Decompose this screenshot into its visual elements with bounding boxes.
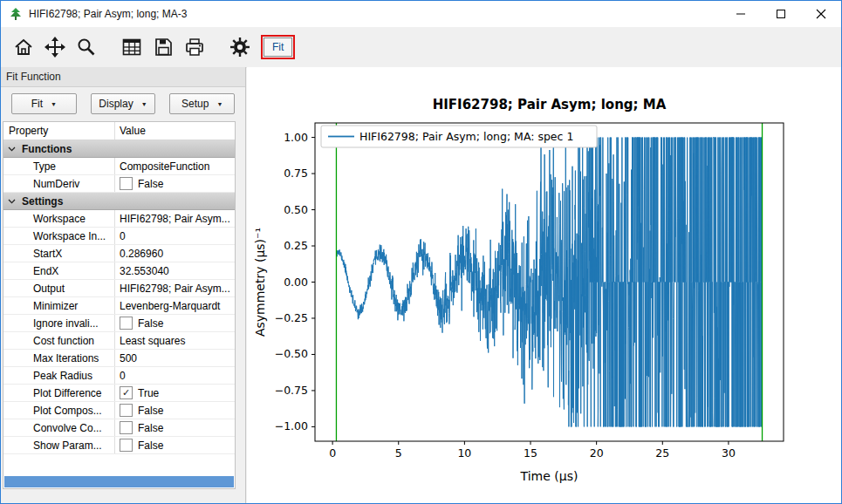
x-tick-label: 0	[329, 446, 336, 460]
fit-function-panel: Fit Function Fit ▼ Display ▼ Setup ▼ Pro…	[1, 67, 246, 503]
y-tick-label: 1.00	[284, 131, 308, 144]
property-row[interactable]: Plot Difference✓True	[3, 385, 235, 402]
property-row[interactable]: Workspace In...0	[3, 228, 235, 245]
checkbox-label: False	[138, 178, 163, 190]
save-button[interactable]	[151, 35, 175, 59]
group-row-settings[interactable]: Settings	[3, 193, 235, 210]
value-cell[interactable]: False	[115, 437, 235, 453]
title-bar[interactable]: HIFI62798; Pair Asym; long; MA-3	[1, 1, 841, 27]
setup-menu-label: Setup	[181, 98, 209, 110]
collapse-chevron-icon	[8, 199, 16, 204]
y-tick-label: −0.75	[275, 384, 308, 397]
value-cell[interactable]: False	[115, 419, 235, 436]
checkbox[interactable]	[120, 421, 133, 434]
property-row[interactable]: MinimizerLevenberg-Marquardt	[3, 297, 235, 315]
y-tick-label: 0.50	[284, 203, 308, 216]
checkbox[interactable]: ✓	[120, 386, 133, 399]
property-cell: Cost function	[3, 332, 115, 349]
property-row[interactable]: Convolve Co...False	[3, 419, 235, 437]
legend-label: HIFI62798; Pair Asym; long; MA: spec 1	[359, 130, 573, 143]
y-tick-label: 0.75	[284, 167, 308, 180]
value-cell: HIFI62798; Pair Asym...	[115, 280, 235, 296]
property-cell: StartX	[3, 245, 115, 262]
property-row[interactable]: WorkspaceHIFI62798; Pair Asym...	[3, 210, 235, 228]
property-cell: Workspace	[3, 210, 115, 227]
property-row[interactable]: Ignore invali...False	[3, 315, 235, 332]
property-row[interactable]: StartX0.286960	[3, 245, 235, 262]
figure-canvas[interactable]: 0510152025301.000.750.500.250.00−0.25−0.…	[247, 67, 841, 503]
pan-icon	[44, 37, 65, 58]
property-cell: Plot Compos...	[3, 402, 115, 419]
close-button[interactable]	[801, 1, 841, 27]
fit-toolbar-button[interactable]: Fit	[264, 37, 292, 57]
fit-menu-button[interactable]: Fit ▼	[11, 93, 77, 114]
save-icon	[153, 37, 174, 58]
property-column-header: Property	[3, 122, 115, 140]
value-cell: Levenberg-Marquardt	[115, 297, 235, 314]
property-row[interactable]: Max Iterations500	[3, 350, 235, 367]
value-cell: CompositeFunction	[115, 158, 235, 174]
print-button[interactable]	[182, 35, 207, 59]
checkbox[interactable]	[120, 439, 133, 452]
property-row[interactable]: TypeCompositeFunction	[3, 158, 235, 175]
maximize-icon	[776, 9, 786, 19]
value-column-header: Value	[115, 122, 235, 140]
setup-menu-button[interactable]: Setup ▼	[169, 93, 235, 114]
window-title: HIFI62798; Pair Asym; long; MA-3	[29, 8, 187, 20]
y-tick-label: −0.50	[275, 347, 308, 360]
checkbox-label: False	[138, 405, 163, 417]
x-tick-label: 10	[457, 446, 471, 460]
selection-strip	[4, 476, 234, 487]
group-label: Settings	[22, 195, 63, 208]
property-row[interactable]: Cost functionLeast squares	[3, 332, 235, 350]
home-button[interactable]	[11, 35, 36, 59]
value-cell: 500	[115, 350, 235, 366]
collapse-chevron-icon	[8, 146, 16, 152]
value-cell: 0	[115, 228, 235, 244]
checkbox[interactable]	[120, 404, 133, 417]
property-row[interactable]: Show Param...False	[3, 437, 235, 454]
x-tick-label: 5	[395, 446, 402, 460]
grid-options-button[interactable]	[120, 35, 144, 59]
gear-icon	[229, 37, 250, 58]
print-icon	[184, 37, 205, 58]
display-menu-label: Display	[99, 98, 133, 110]
settings-button[interactable]	[228, 35, 252, 59]
value-cell: Least squares	[115, 332, 235, 349]
property-row[interactable]: EndX32.553040	[3, 262, 235, 280]
zoom-button[interactable]	[74, 35, 99, 59]
value-cell: 0.286960	[115, 245, 235, 262]
plot-title: HIFI62798; Pair Asym; long; MA	[433, 97, 667, 112]
maximize-button[interactable]	[761, 1, 801, 27]
property-cell: Plot Difference	[3, 385, 115, 401]
checkbox-label: True	[138, 387, 159, 399]
home-icon	[13, 37, 34, 58]
value-cell: 32.553040	[115, 262, 235, 279]
y-tick-label: 0.00	[284, 276, 308, 289]
plot-area[interactable]: 0510152025301.000.750.500.250.00−0.25−0.…	[247, 67, 841, 503]
value-cell: HIFI62798; Pair Asym...	[115, 210, 235, 227]
legend[interactable]: HIFI62798; Pair Asym; long; MA: spec 1	[321, 126, 597, 147]
checkbox[interactable]	[120, 177, 133, 190]
property-cell: Ignore invali...	[3, 315, 115, 331]
property-row[interactable]: NumDerivFalse	[3, 175, 235, 193]
checkbox-label: False	[138, 317, 163, 330]
value-cell[interactable]: False	[115, 402, 235, 419]
chevron-down-icon: ▼	[141, 101, 147, 107]
panel-title: Fit Function	[1, 67, 245, 87]
property-row[interactable]: Peak Radius0	[3, 367, 235, 385]
property-row[interactable]: Plot Compos...False	[3, 402, 235, 419]
value-cell[interactable]: ✓True	[115, 385, 235, 401]
checkbox[interactable]	[120, 317, 133, 330]
group-row-functions[interactable]: Functions	[3, 140, 235, 158]
value-cell[interactable]: False	[115, 315, 235, 331]
property-row[interactable]: OutputHIFI62798; Pair Asym...	[3, 280, 235, 297]
minimize-button[interactable]	[721, 1, 761, 27]
property-cell: NumDeriv	[3, 175, 115, 192]
table-body: FunctionsTypeCompositeFunctionNumDerivFa…	[3, 140, 235, 454]
x-tick-label: 15	[524, 446, 537, 460]
value-cell[interactable]: False	[115, 175, 235, 192]
pan-button[interactable]	[43, 35, 67, 59]
fit-menu-label: Fit	[31, 98, 43, 110]
display-menu-button[interactable]: Display ▼	[91, 93, 156, 114]
